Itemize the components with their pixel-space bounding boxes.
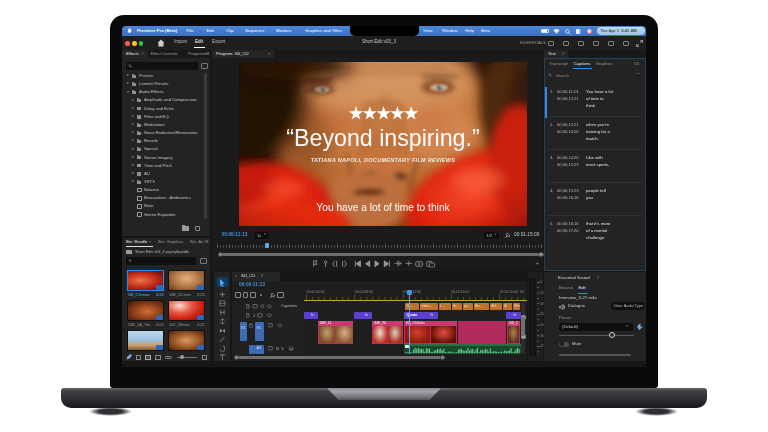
svg-text:S: S <box>281 346 284 351</box>
svg-text:M: M <box>276 346 279 351</box>
svg-text:“Beyond inspiring.”: “Beyond inspiring.” <box>286 125 479 151</box>
svg-text:You have a lot of time to thin: You have a lot of time to think <box>316 202 450 213</box>
svg-text:TATIANA NAPOLI, DOCUMENTARY FI: TATIANA NAPOLI, DOCUMENTARY FILM REVIEWS <box>311 157 456 163</box>
svg-text:4: 4 <box>253 313 256 318</box>
